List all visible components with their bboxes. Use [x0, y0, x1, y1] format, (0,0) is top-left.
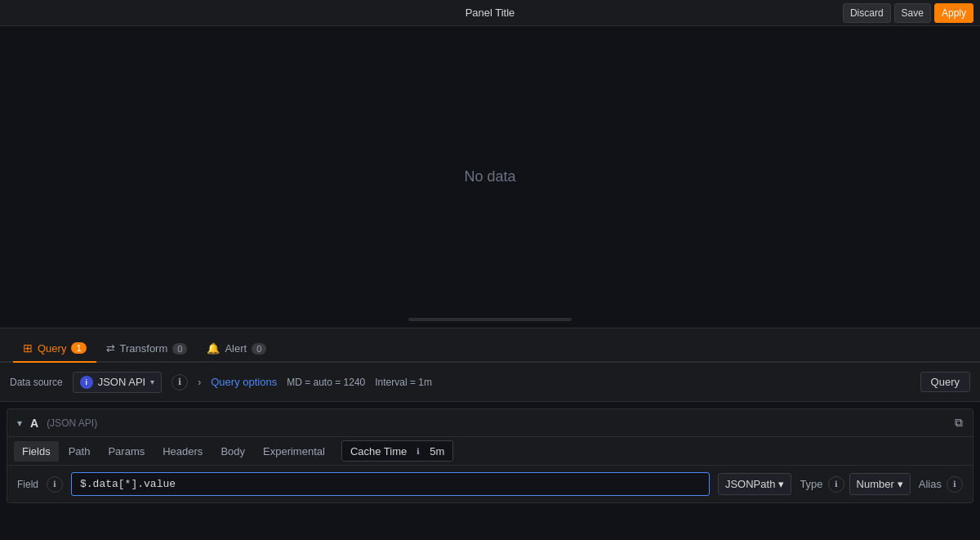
arrow-right-icon: ›: [198, 377, 201, 388]
cache-time-info-icon[interactable]: ℹ: [412, 444, 425, 457]
cache-time-value: 5m: [430, 445, 444, 457]
alert-icon: 🔔: [207, 342, 220, 355]
query-source-label: (JSON API): [47, 417, 97, 429]
query-button[interactable]: Query: [920, 372, 970, 392]
subtab-body[interactable]: Body: [212, 441, 253, 462]
tabs-bar: ⊞ Query 1 ⇄ Transform 0 🔔 Alert 0: [0, 328, 980, 363]
chevron-down-icon: ▾: [150, 377, 154, 386]
tab-transform[interactable]: ⇄ Transform 0: [96, 336, 198, 363]
tab-query-label: Query: [38, 342, 66, 355]
collapse-arrow-icon[interactable]: ▾: [17, 417, 22, 429]
field-info-icon[interactable]: ℹ: [47, 476, 63, 493]
subtab-path[interactable]: Path: [60, 441, 99, 462]
cache-time-label: Cache Time: [350, 445, 407, 457]
panel-area: No data: [0, 26, 980, 328]
query-options-link[interactable]: Query options: [211, 376, 277, 388]
jsonpath-chevron-icon: ▾: [778, 478, 784, 490]
type-info-icon[interactable]: ℹ: [828, 476, 844, 493]
save-button[interactable]: Save: [894, 3, 931, 23]
subtab-experimental[interactable]: Experimental: [255, 441, 333, 462]
query-interval-meta: Interval = 1m: [375, 377, 432, 388]
alias-section: Alias ℹ: [919, 476, 963, 493]
sub-tabs: Fields Path Params Headers Body Experime…: [7, 437, 973, 466]
scroll-hint: [408, 318, 572, 321]
apply-button[interactable]: Apply: [934, 3, 973, 23]
jsonpath-selector[interactable]: JSONPath ▾: [718, 473, 791, 495]
cache-time-section: Cache Time ℹ 5m: [341, 440, 453, 462]
alias-label: Alias: [919, 478, 942, 490]
tab-query[interactable]: ⊞ Query 1: [13, 335, 96, 363]
tab-transform-label: Transform: [120, 342, 168, 355]
copy-icon[interactable]: ⧉: [955, 416, 963, 430]
discard-button[interactable]: Discard: [843, 3, 891, 23]
field-label: Field: [17, 479, 38, 490]
type-section: Type ℹ Number ▾: [800, 473, 910, 495]
tab-alert-badge: 0: [252, 343, 266, 355]
type-value: Number: [857, 478, 894, 490]
tab-query-badge: 1: [71, 342, 86, 354]
panel-title: Panel Title: [466, 7, 515, 19]
type-label: Type: [800, 478, 822, 490]
transform-icon: ⇄: [106, 342, 115, 355]
subtab-params[interactable]: Params: [100, 441, 153, 462]
field-row: Field ℹ JSONPath ▾ Type ℹ Number ▾ Alias…: [7, 466, 973, 502]
datasource-info-icon[interactable]: ℹ: [172, 374, 188, 390]
alias-info-icon[interactable]: ℹ: [947, 476, 963, 493]
query-icon: ⊞: [23, 341, 33, 355]
datasource-name: JSON API: [98, 376, 146, 388]
subtab-headers[interactable]: Headers: [154, 441, 211, 462]
tab-transform-badge: 0: [172, 343, 187, 355]
datasource-label: Data source: [10, 377, 63, 388]
top-bar: Panel Title Discard Save Apply: [0, 0, 980, 26]
jsonpath-label: JSONPath: [725, 478, 775, 490]
query-row-header: ▾ A (JSON API) ⧉: [7, 409, 973, 437]
top-bar-controls: Discard Save Apply: [843, 3, 973, 23]
query-md-meta: MD = auto = 1240: [287, 377, 365, 388]
query-row-a: ▾ A (JSON API) ⧉ Fields Path Params Head…: [7, 408, 973, 503]
datasource-icon: i: [80, 376, 93, 389]
type-chevron-icon: ▾: [898, 478, 903, 490]
query-letter: A: [30, 417, 38, 430]
type-selector[interactable]: Number ▾: [849, 473, 911, 495]
datasource-bar: Data source i JSON API ▾ ℹ › Query optio…: [0, 363, 980, 402]
subtab-fields[interactable]: Fields: [14, 441, 59, 462]
no-data-text: No data: [464, 168, 515, 185]
tab-alert-label: Alert: [225, 342, 247, 355]
field-input[interactable]: [71, 472, 710, 496]
datasource-selector[interactable]: i JSON API ▾: [73, 372, 163, 393]
tab-alert[interactable]: 🔔 Alert 0: [197, 336, 276, 363]
